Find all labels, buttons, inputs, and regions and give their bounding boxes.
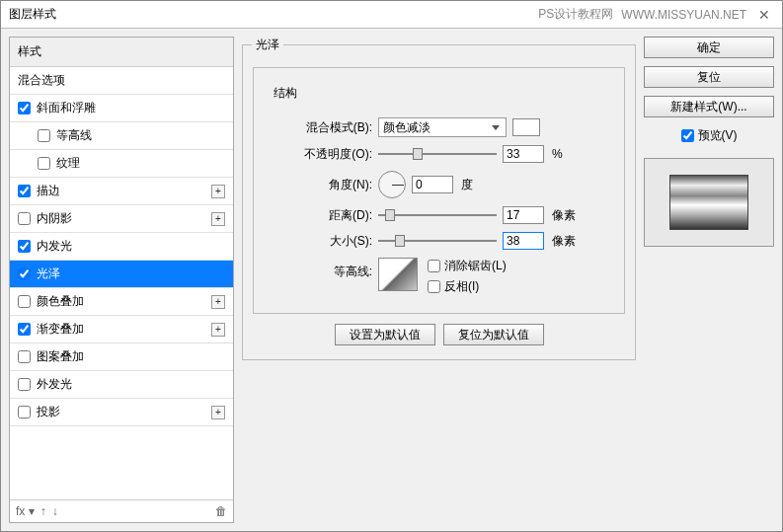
inner-glow-item[interactable]: 内发光 [10, 233, 233, 261]
color-overlay-checkbox[interactable] [18, 295, 31, 308]
angle-input[interactable]: 0 [412, 176, 453, 193]
distance-input[interactable]: 17 [503, 206, 544, 224]
preview-checkbox-row[interactable]: 预览(V) [644, 127, 774, 144]
inner-shadow-item[interactable]: 内阴影+ [10, 205, 233, 233]
drop-shadow-checkbox[interactable] [18, 406, 31, 418]
add-icon[interactable]: + [211, 212, 225, 226]
contour-item[interactable]: 等高线 [10, 122, 233, 150]
antialias-checkbox-row[interactable]: 消除锯齿(L) [428, 258, 507, 274]
preview-swatch [669, 175, 748, 230]
inner-glow-checkbox[interactable] [18, 240, 31, 253]
outer-glow-item[interactable]: 外发光 [10, 371, 233, 399]
blend-mode-select[interactable]: 颜色减淡 [378, 117, 507, 137]
opacity-unit: % [552, 147, 563, 161]
contour-checkbox[interactable] [38, 129, 50, 142]
styles-header: 样式 [10, 38, 233, 67]
gradient-overlay-item[interactable]: 渐变叠加+ [10, 316, 233, 343]
set-default-button[interactable]: 设置为默认值 [335, 324, 435, 345]
contour-label: 等高线: [264, 258, 372, 280]
invert-checkbox-row[interactable]: 反相(I) [428, 278, 507, 295]
angle-dial[interactable] [378, 171, 406, 198]
opacity-input[interactable]: 33 [503, 145, 544, 163]
angle-label: 角度(N): [264, 177, 372, 193]
gradient-overlay-checkbox[interactable] [18, 323, 31, 336]
blending-options-item[interactable]: 混合选项 [10, 67, 233, 95]
fx-menu-button[interactable]: fx ▾ [16, 504, 35, 518]
watermark-url: WWW.MISSYUAN.NET [621, 8, 746, 22]
add-icon[interactable]: + [211, 295, 225, 309]
list-footer: fx ▾ ↑ ↓ 🗑 [10, 499, 233, 522]
close-icon[interactable]: ✕ [754, 7, 774, 23]
inner-shadow-checkbox[interactable] [18, 212, 31, 225]
action-panel: 确定 复位 新建样式(W)... 预览(V) [644, 37, 774, 523]
size-slider[interactable] [378, 232, 497, 250]
color-overlay-item[interactable]: 颜色叠加+ [10, 288, 233, 316]
watermark-text: PS设计教程网 [538, 6, 613, 23]
angle-unit: 度 [461, 177, 473, 193]
size-label: 大小(S): [264, 233, 372, 250]
distance-label: 距离(D): [264, 207, 372, 224]
color-swatch[interactable] [512, 118, 540, 136]
pattern-overlay-checkbox[interactable] [18, 350, 31, 363]
settings-panel: 光泽 结构 混合模式(B): 颜色减淡 不透明度(O): 33 % 角度(N): [242, 37, 636, 523]
structure-title: 结构 [270, 85, 301, 102]
move-up-icon[interactable]: ↑ [40, 504, 46, 518]
texture-checkbox[interactable] [38, 157, 50, 170]
size-input[interactable]: 38 [503, 232, 544, 250]
satin-item[interactable]: 光泽 [10, 261, 233, 288]
titlebar: 图层样式 PS设计教程网 WWW.MISSYUAN.NET ✕ [1, 1, 782, 29]
antialias-checkbox[interactable] [428, 260, 440, 272]
trash-icon[interactable]: 🗑 [215, 504, 227, 518]
preview-checkbox[interactable] [681, 129, 694, 142]
add-icon[interactable]: + [211, 185, 225, 198]
ok-button[interactable]: 确定 [644, 37, 774, 58]
move-down-icon[interactable]: ↓ [52, 504, 58, 518]
satin-checkbox[interactable] [18, 267, 31, 280]
styles-list-panel: 样式 混合选项 斜面和浮雕 等高线 纹理 描边+ 内阴影+ 内发光 光泽 颜色叠… [9, 37, 234, 523]
reset-default-button[interactable]: 复位为默认值 [443, 324, 544, 345]
blend-mode-label: 混合模式(B): [264, 119, 372, 136]
contour-picker[interactable] [378, 258, 418, 291]
bevel-emboss-item[interactable]: 斜面和浮雕 [10, 95, 233, 122]
stroke-item[interactable]: 描边+ [10, 178, 233, 205]
group-title: 光泽 [252, 37, 283, 53]
add-icon[interactable]: + [211, 406, 225, 419]
new-style-button[interactable]: 新建样式(W)... [644, 96, 774, 117]
bevel-checkbox[interactable] [18, 102, 31, 114]
drop-shadow-item[interactable]: 投影+ [10, 399, 233, 426]
preview-box [644, 158, 774, 247]
dialog-title: 图层样式 [9, 6, 56, 23]
opacity-slider[interactable] [378, 145, 497, 163]
size-unit: 像素 [552, 233, 576, 250]
texture-item[interactable]: 纹理 [10, 150, 233, 178]
distance-unit: 像素 [552, 207, 576, 224]
pattern-overlay-item[interactable]: 图案叠加 [10, 343, 233, 371]
cancel-button[interactable]: 复位 [644, 66, 774, 88]
opacity-label: 不透明度(O): [264, 146, 372, 163]
outer-glow-checkbox[interactable] [18, 378, 31, 391]
add-icon[interactable]: + [211, 323, 225, 337]
distance-slider[interactable] [378, 206, 497, 224]
stroke-checkbox[interactable] [18, 185, 31, 197]
invert-checkbox[interactable] [428, 280, 440, 293]
